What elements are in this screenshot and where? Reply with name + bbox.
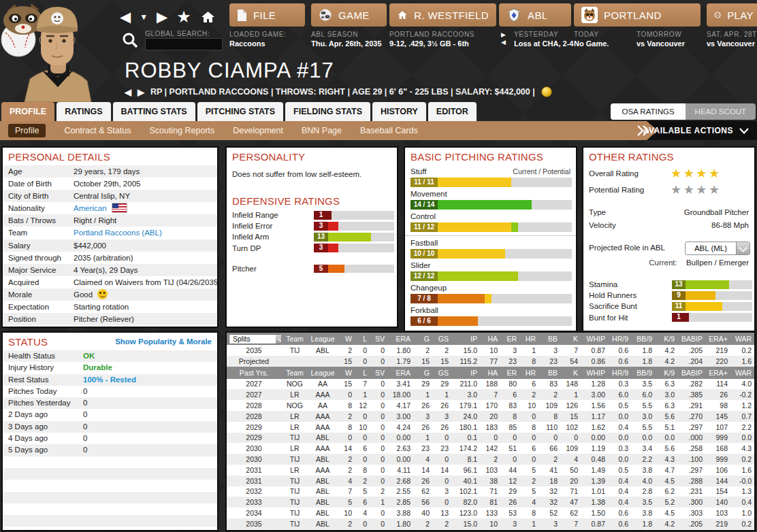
detail-row: Age29 years, 179 days <box>3 165 217 178</box>
potential-rating-row: Potential Rating ★★★★ <box>583 182 754 198</box>
stat-cell: LR <box>281 443 308 454</box>
rating-fill <box>686 313 689 322</box>
stat-cell: 0 <box>370 411 387 422</box>
detail-value: Pitcher (Reliever) <box>74 315 134 323</box>
game-menu-button[interactable]: GAME <box>311 3 387 27</box>
stat-cell: 0.0 <box>631 433 655 444</box>
stat-cell: 2031 <box>227 465 281 476</box>
status-row: 3 Days ago0 <box>3 421 217 433</box>
panel-title: STATUS <box>3 333 53 350</box>
rating-fill <box>686 302 722 311</box>
tab-history[interactable]: HISTORY <box>372 102 426 121</box>
stat-cell: 0 <box>480 433 500 444</box>
tab-batting-stats[interactable]: BATTING STATS <box>113 102 195 121</box>
stat-cell: 2 <box>337 465 355 476</box>
stat-cell: 2030 <box>227 454 281 465</box>
stat-cell: 1.38 <box>581 497 608 508</box>
status-label: 5 Days ago <box>3 444 83 456</box>
empty-row <box>3 480 217 491</box>
stat-cell: 2 <box>519 389 538 400</box>
stat-cell: 5.6 <box>655 443 677 454</box>
stat-cell: 999 <box>705 454 730 465</box>
global-search-label: GLOBAL SEARCH: <box>145 30 210 37</box>
stat-cell: 123.0 <box>451 508 480 518</box>
favorites-button[interactable]: ★ <box>176 7 191 27</box>
subtab-scouting-reports[interactable]: Scouting Reports <box>149 126 214 135</box>
role-dropdown[interactable]: ABL (ML) <box>685 242 750 255</box>
stats-header-cell: K/9 <box>655 333 677 345</box>
global-search-input[interactable] <box>145 38 223 50</box>
stat-cell: 44 <box>500 465 519 476</box>
recent-pages-button[interactable]: ▼ <box>140 12 148 22</box>
stat-cell: 14 <box>337 443 355 454</box>
stats-row: 2028NOGAA81204.172626179.117083101091261… <box>227 400 754 411</box>
stat-cell: 168 <box>705 443 730 454</box>
rating-bar: 3 <box>314 222 394 231</box>
tab-ratings[interactable]: RATINGS <box>57 102 110 121</box>
panel-title: PERSONALITY <box>227 148 397 165</box>
stats-header-cell: Past Yrs. <box>227 367 281 379</box>
prev-player-button[interactable]: ◀ <box>125 87 131 97</box>
osa-ratings-toggle[interactable]: OSA RATINGS <box>611 103 685 120</box>
forward-button[interactable]: ▶ <box>157 9 167 25</box>
splits-dropdown[interactable]: Splits <box>229 334 281 344</box>
potential-fill <box>485 294 492 303</box>
stat-cell: 53 <box>500 508 519 518</box>
stat-cell: TIJ <box>281 486 308 497</box>
stat-cell: 5.1 <box>655 422 677 433</box>
yesterday-label: YESTERDAY <box>514 31 558 38</box>
rating-row: Bunt for Hit1 <box>583 312 754 323</box>
subtab-development[interactable]: Development <box>233 126 283 135</box>
potential-rating-label: Potential Rating <box>583 186 644 194</box>
stat-cell: 0.0 <box>608 454 631 465</box>
pitch-rating-bar: 14 / 14 <box>410 200 572 210</box>
detail-value[interactable]: American <box>74 204 107 212</box>
team-menu-button[interactable]: PORTLAND <box>574 3 700 27</box>
tab-pitching-stats[interactable]: PITCHING STATS <box>197 102 283 121</box>
available-actions-button[interactable]: AVAILABLE ACTIONS <box>643 121 749 140</box>
stat-cell: 2.2 <box>730 422 754 433</box>
stat-cell: 23 <box>413 443 432 454</box>
stat-cell: .291 <box>677 400 705 411</box>
stat-cell: 5.5 <box>631 400 655 411</box>
rating-label: Infield Arm <box>227 233 269 241</box>
subtab-bnn-page[interactable]: BNN Page <box>302 126 342 135</box>
subtab-profile[interactable]: Profile <box>8 124 46 137</box>
stat-cell: 4.11 <box>387 465 413 476</box>
league-menu-button[interactable]: ABL <box>499 3 571 27</box>
stat-cell: .205 <box>677 518 705 529</box>
stats-row: 2029TIJABL0000.00100.1000000.000.00.00.0… <box>227 433 754 444</box>
tab-editor[interactable]: EDITOR <box>428 102 477 121</box>
stats-row: 2028LRAAA2003.003324.020808151.170.03.05… <box>227 411 754 422</box>
tomorrow-game-value: vs Vancouver <box>637 39 685 48</box>
chevron-down-icon <box>739 128 749 134</box>
tab-fielding-stats[interactable]: FIELDING STATS <box>285 102 370 121</box>
stat-cell: AAA <box>308 443 337 454</box>
show-popularity-link[interactable]: Show Popularity & Morale <box>115 337 212 346</box>
subtab-contract-status[interactable]: Contract & Status <box>64 126 131 135</box>
history-nav: ◀ ▼ ▶ ★ <box>120 7 216 27</box>
stat-cell: 5 <box>337 497 355 508</box>
tab-profile[interactable]: PROFILE <box>1 102 54 121</box>
manager-menu-label: R. WESTFIELD <box>414 10 489 21</box>
stat-cell: .282 <box>677 379 705 390</box>
stat-cell: 0 <box>370 476 387 486</box>
day-nav-arrows[interactable]: ▶◀ <box>501 31 506 46</box>
home-button[interactable] <box>200 10 216 24</box>
next-player-button[interactable]: ▶ <box>138 87 144 97</box>
detail-value[interactable]: Portland Raccoons (ABL) <box>74 229 162 237</box>
manager-menu-button[interactable]: R. WESTFIELD <box>389 3 496 27</box>
personality-panel: PERSONALITY Does not suffer from low sel… <box>225 146 398 328</box>
play-menu-button[interactable]: PLAY <box>707 3 757 27</box>
stat-cell: ABL <box>308 454 337 465</box>
stat-cell: 0.87 <box>581 518 608 529</box>
file-menu-button[interactable]: FILE <box>229 3 305 27</box>
stat-cell: 1.56 <box>581 400 608 411</box>
subtab-baseball-cards[interactable]: Baseball Cards <box>360 126 418 135</box>
status-row: 5 Days ago0 <box>3 444 217 456</box>
head-scout-toggle[interactable]: HEAD SCOUT <box>686 103 756 120</box>
baseball-icon <box>714 8 721 22</box>
back-button[interactable]: ◀ <box>120 9 131 25</box>
stat-cell: 1.6 <box>730 356 754 367</box>
stat-cell: 3.41 <box>387 379 413 390</box>
